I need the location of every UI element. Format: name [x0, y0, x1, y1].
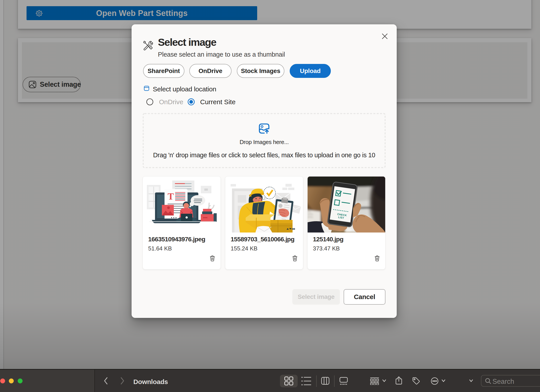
svg-text:T: T: [168, 191, 174, 201]
